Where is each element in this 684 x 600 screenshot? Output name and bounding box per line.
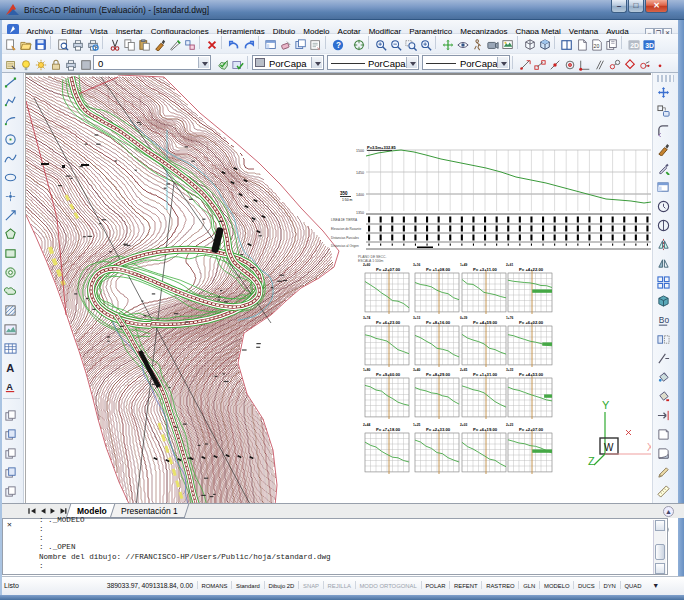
svg-text:1500: 1500 <box>356 149 364 153</box>
svg-text:2+61: 2+61 <box>506 263 513 267</box>
svg-text:Distancias Parciales: Distancias Parciales <box>331 236 359 240</box>
svg-text:1450: 1450 <box>356 171 364 175</box>
svg-text:1+25: 1+25 <box>413 423 420 427</box>
svg-text:P= +8+29.00: P= +8+29.00 <box>426 372 451 377</box>
svg-text:0+39: 0+39 <box>460 316 467 320</box>
svg-text:Distancias al Origen: Distancias al Origen <box>331 244 359 248</box>
svg-text:?: ? <box>335 41 340 50</box>
svg-text:2+44: 2+44 <box>363 423 370 427</box>
svg-text:3+74: 3+74 <box>363 316 370 320</box>
svg-text:P= +3+11.00: P= +3+11.00 <box>473 267 498 272</box>
svg-text:P= +2+07.00: P= +2+07.00 <box>519 427 544 432</box>
svg-text:W: W <box>604 442 614 453</box>
svg-text:1:50 m: 1:50 m <box>342 198 353 202</box>
svg-text:P= +7+18.00: P= +7+18.00 <box>376 427 401 432</box>
svg-text:2D: 2D <box>630 42 639 49</box>
svg-text:2+60: 2+60 <box>363 263 370 267</box>
svg-text:3D: 3D <box>645 42 654 49</box>
svg-text:3+13: 3+13 <box>413 316 420 320</box>
svg-text:1+80: 1+80 <box>363 368 370 372</box>
svg-text:P=3.5m+332.85: P=3.5m+332.85 <box>367 145 396 150</box>
svg-text:1+49: 1+49 <box>460 263 467 267</box>
svg-text:A: A <box>6 382 13 392</box>
svg-text:P= +2+33.00: P= +2+33.00 <box>426 427 451 432</box>
svg-text:P= +1+08.00: P= +1+08.00 <box>426 267 451 272</box>
svg-text:2+65: 2+65 <box>460 368 467 372</box>
svg-text:3+40: 3+40 <box>413 368 420 372</box>
svg-text:P= +4+22.00: P= +4+22.00 <box>519 267 544 272</box>
svg-text:ESCALA 1:100m: ESCALA 1:100m <box>358 259 384 263</box>
svg-text:P= +9+60.00: P= +9+60.00 <box>376 372 401 377</box>
svg-text:P= +8+16.00: P= +8+16.00 <box>426 320 451 325</box>
svg-text:2+03: 2+03 <box>460 423 467 427</box>
svg-text:1+76: 1+76 <box>506 316 513 320</box>
svg-text:Elevacion de Rasante: Elevacion de Rasante <box>331 227 361 231</box>
svg-text:LINEA DE TIERRA: LINEA DE TIERRA <box>331 218 358 222</box>
svg-text:P= +1+31.00: P= +1+31.00 <box>473 372 498 377</box>
svg-text:Y: Y <box>602 399 610 411</box>
svg-text:3+33: 3+33 <box>506 368 513 372</box>
svg-text:P= +4+53.00: P= +4+53.00 <box>519 372 544 377</box>
svg-text:3+16: 3+16 <box>413 263 420 267</box>
svg-text:2+23: 2+23 <box>506 423 513 427</box>
svg-text:1400: 1400 <box>356 193 364 197</box>
svg-text:A: A <box>6 362 14 374</box>
svg-text:X: X <box>647 442 651 453</box>
svg-text:P= +2+07.00: P= +2+07.00 <box>376 267 401 272</box>
svg-text:P= +6+23.00: P= +6+23.00 <box>376 320 401 325</box>
svg-text:Bo: Bo <box>659 315 670 325</box>
svg-text:1350: 1350 <box>356 211 364 215</box>
svg-text:P= +6+19.00: P= +6+19.00 <box>473 427 498 432</box>
svg-text:Z: Z <box>588 455 595 467</box>
svg-text:P= +4+59.00: P= +4+59.00 <box>473 320 498 325</box>
svg-text:350: 350 <box>340 191 348 196</box>
svg-text:20: 20 <box>593 43 599 49</box>
svg-text:P= +6+02.00: P= +6+02.00 <box>519 320 544 325</box>
